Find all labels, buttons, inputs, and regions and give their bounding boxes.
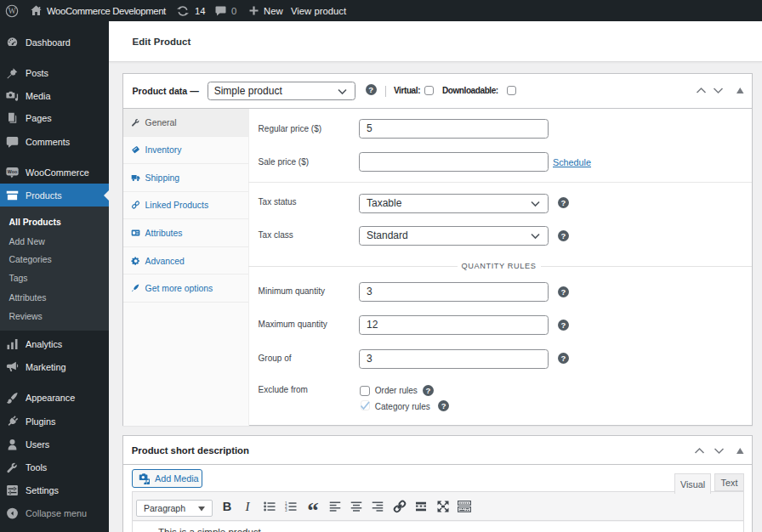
svg-text:Woo: Woo xyxy=(8,169,17,174)
svg-text:3: 3 xyxy=(285,508,287,512)
svg-text:W: W xyxy=(8,6,16,15)
